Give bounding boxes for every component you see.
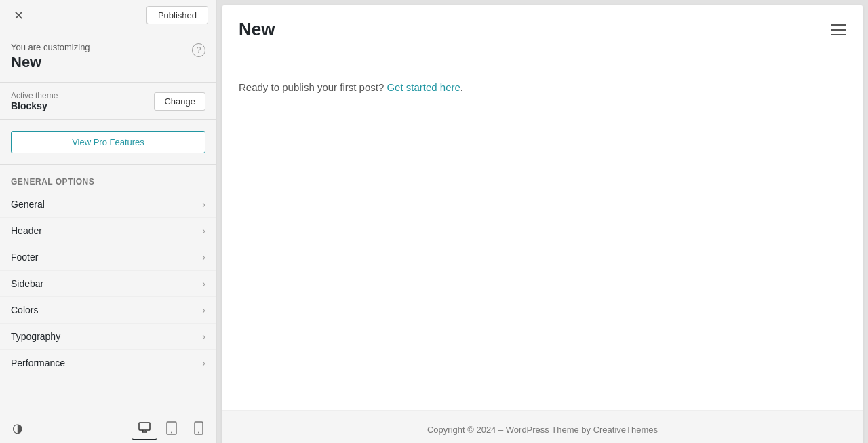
- active-theme-info: Active theme Blocksy: [11, 91, 58, 111]
- menu-item-label-footer: Footer: [11, 252, 38, 263]
- device-icons-group: [132, 416, 211, 440]
- menu-item-performance[interactable]: Performance ›: [0, 349, 216, 376]
- chevron-icon-footer: ›: [202, 252, 205, 263]
- svg-rect-0: [139, 423, 150, 430]
- bottom-bar: ◑: [0, 412, 216, 443]
- pro-features-button[interactable]: View Pro Features: [11, 131, 205, 153]
- tablet-view-button[interactable]: [159, 416, 184, 440]
- chevron-icon-colors: ›: [202, 305, 205, 315]
- mobile-view-button[interactable]: [186, 416, 211, 440]
- preview-site-title: New: [239, 19, 275, 40]
- menu-item-header[interactable]: Header ›: [0, 217, 216, 244]
- hamburger-line-1: [831, 24, 846, 26]
- get-started-link[interactable]: Get started here: [387, 81, 460, 93]
- theme-toggle-button[interactable]: ◑: [5, 416, 30, 440]
- customizing-section: You are customizing New ?: [0, 31, 216, 83]
- menu-section-title: General Options: [0, 170, 216, 191]
- preview-body-text: Ready to publish your first post? Get st…: [239, 81, 846, 93]
- customizing-label: You are customizing: [11, 42, 90, 52]
- menu-item-sidebar[interactable]: Sidebar ›: [0, 270, 216, 296]
- menu-item-typography[interactable]: Typography ›: [0, 323, 216, 349]
- hamburger-menu-icon[interactable]: [831, 24, 846, 35]
- mobile-icon: [194, 421, 203, 435]
- desktop-icon: [138, 421, 151, 434]
- menu-item-label-general: General: [11, 199, 45, 210]
- menu-section: General Options General › Header › Foote…: [0, 165, 216, 412]
- pro-features-section: View Pro Features: [0, 120, 216, 165]
- preview-header: New: [222, 5, 863, 54]
- top-bar: ✕ Published: [0, 0, 216, 31]
- customizing-title: New: [11, 54, 90, 71]
- chevron-icon-header: ›: [202, 225, 205, 236]
- help-icon[interactable]: ?: [192, 43, 205, 57]
- publish-button[interactable]: Published: [146, 6, 208, 24]
- tablet-icon: [165, 421, 178, 435]
- theme-name: Blocksy: [11, 100, 58, 111]
- customizing-text: You are customizing New: [11, 42, 90, 71]
- chevron-icon-typography: ›: [202, 331, 205, 342]
- menu-item-label-sidebar: Sidebar: [11, 278, 43, 289]
- change-theme-button[interactable]: Change: [154, 92, 205, 111]
- menu-item-general[interactable]: General ›: [0, 191, 216, 217]
- menu-item-label-header: Header: [11, 225, 42, 236]
- svg-point-7: [198, 431, 199, 433]
- preview-footer: Copyright © 2024 – WordPress Theme by Cr…: [222, 410, 863, 443]
- theme-label: Active theme: [11, 91, 58, 100]
- menu-item-footer[interactable]: Footer ›: [0, 244, 216, 270]
- customizer-panel: ✕ Published You are customizing New ? Ac…: [0, 0, 217, 443]
- hamburger-line-3: [831, 34, 846, 35]
- chevron-icon-performance: ›: [202, 358, 205, 368]
- active-theme-section: Active theme Blocksy Change: [0, 83, 216, 120]
- preview-body-static: Ready to publish your first post?: [239, 81, 384, 93]
- hamburger-line-2: [831, 29, 846, 31]
- preview-footer-text: Copyright © 2024 – WordPress Theme by Cr…: [427, 425, 658, 435]
- svg-point-5: [171, 431, 172, 433]
- preview-area: New Ready to publish your first post? Ge…: [222, 5, 863, 443]
- menu-item-label-performance: Performance: [11, 358, 65, 368]
- preview-content: Ready to publish your first post? Get st…: [222, 54, 863, 410]
- menu-item-label-colors: Colors: [11, 305, 38, 315]
- chevron-icon-sidebar: ›: [202, 278, 205, 289]
- chevron-icon-general: ›: [202, 199, 205, 210]
- close-button[interactable]: ✕: [8, 5, 28, 26]
- menu-item-colors[interactable]: Colors ›: [0, 296, 216, 323]
- desktop-view-button[interactable]: [132, 416, 157, 440]
- menu-item-label-typography: Typography: [11, 331, 60, 342]
